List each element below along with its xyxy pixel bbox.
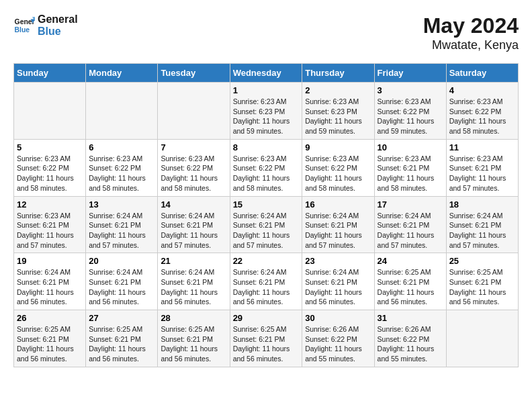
day-info: Sunrise: 6:25 AM Sunset: 6:21 PM Dayligh… [378, 267, 443, 307]
day-number: 30 [305, 313, 371, 323]
calendar-day-cell: 15Sunrise: 6:24 AM Sunset: 6:21 PM Dayli… [230, 196, 302, 253]
calendar-day-cell: 20Sunrise: 6:24 AM Sunset: 6:21 PM Dayli… [86, 253, 158, 310]
day-info: Sunrise: 6:24 AM Sunset: 6:21 PM Dayligh… [233, 267, 300, 307]
logo: General Blue General Blue [13, 13, 78, 38]
calendar-week-row: 12Sunrise: 6:23 AM Sunset: 6:21 PM Dayli… [14, 196, 519, 253]
day-number: 10 [378, 142, 443, 152]
calendar-day-cell: 1Sunrise: 6:23 AM Sunset: 6:23 PM Daylig… [230, 83, 302, 140]
calendar-location: Mwatate, Kenya [423, 38, 519, 52]
day-number: 3 [378, 85, 443, 95]
day-info: Sunrise: 6:25 AM Sunset: 6:21 PM Dayligh… [161, 324, 226, 364]
day-number: 8 [233, 142, 300, 152]
day-info: Sunrise: 6:25 AM Sunset: 6:21 PM Dayligh… [89, 324, 154, 364]
calendar-month-year: May 2024 [423, 13, 519, 38]
day-info: Sunrise: 6:23 AM Sunset: 6:21 PM Dayligh… [17, 211, 83, 250]
page-header: General Blue General Blue May 2024 Mwata… [13, 13, 519, 52]
calendar-day-cell: 25Sunrise: 6:25 AM Sunset: 6:21 PM Dayli… [446, 253, 518, 310]
calendar-week-row: 19Sunrise: 6:24 AM Sunset: 6:21 PM Dayli… [14, 253, 519, 310]
day-number: 27 [89, 313, 154, 323]
day-info: Sunrise: 6:24 AM Sunset: 6:21 PM Dayligh… [378, 211, 443, 250]
calendar-day-cell: 10Sunrise: 6:23 AM Sunset: 6:21 PM Dayli… [374, 139, 446, 196]
day-info: Sunrise: 6:23 AM Sunset: 6:22 PM Dayligh… [161, 154, 226, 193]
day-info: Sunrise: 6:25 AM Sunset: 6:21 PM Dayligh… [233, 324, 300, 364]
weekday-header-sunday: Sunday [14, 64, 86, 83]
day-info: Sunrise: 6:24 AM Sunset: 6:21 PM Dayligh… [17, 267, 83, 307]
calendar-day-cell: 11Sunrise: 6:23 AM Sunset: 6:21 PM Dayli… [446, 139, 518, 196]
calendar-day-cell: 7Sunrise: 6:23 AM Sunset: 6:22 PM Daylig… [158, 139, 230, 196]
day-info: Sunrise: 6:24 AM Sunset: 6:21 PM Dayligh… [305, 211, 371, 250]
calendar-day-cell: 24Sunrise: 6:25 AM Sunset: 6:21 PM Dayli… [374, 253, 446, 310]
day-info: Sunrise: 6:24 AM Sunset: 6:21 PM Dayligh… [161, 267, 226, 307]
day-number: 6 [89, 142, 154, 152]
day-info: Sunrise: 6:23 AM Sunset: 6:22 PM Dayligh… [378, 97, 443, 136]
weekday-header-saturday: Saturday [446, 64, 518, 83]
day-number: 24 [378, 256, 443, 266]
day-info: Sunrise: 6:23 AM Sunset: 6:22 PM Dayligh… [449, 97, 515, 136]
calendar-day-cell [158, 83, 230, 140]
calendar-day-cell [14, 83, 86, 140]
calendar-day-cell: 29Sunrise: 6:25 AM Sunset: 6:21 PM Dayli… [230, 310, 302, 367]
day-info: Sunrise: 6:23 AM Sunset: 6:21 PM Dayligh… [378, 154, 443, 193]
day-number: 11 [449, 142, 515, 152]
calendar-day-cell: 16Sunrise: 6:24 AM Sunset: 6:21 PM Dayli… [302, 196, 374, 253]
calendar-week-row: 1Sunrise: 6:23 AM Sunset: 6:23 PM Daylig… [14, 83, 519, 140]
logo-text-general: General [38, 13, 78, 26]
calendar-day-cell: 21Sunrise: 6:24 AM Sunset: 6:21 PM Dayli… [158, 253, 230, 310]
calendar-day-cell: 8Sunrise: 6:23 AM Sunset: 6:22 PM Daylig… [230, 139, 302, 196]
day-info: Sunrise: 6:23 AM Sunset: 6:21 PM Dayligh… [449, 154, 515, 193]
day-number: 28 [161, 313, 226, 323]
calendar-day-cell: 26Sunrise: 6:25 AM Sunset: 6:21 PM Dayli… [14, 310, 86, 367]
day-number: 12 [17, 199, 83, 210]
day-number: 31 [378, 313, 443, 323]
day-number: 25 [449, 256, 515, 266]
day-info: Sunrise: 6:25 AM Sunset: 6:21 PM Dayligh… [449, 267, 515, 307]
day-number: 18 [449, 199, 515, 210]
weekday-header-friday: Friday [374, 64, 446, 83]
day-info: Sunrise: 6:23 AM Sunset: 6:22 PM Dayligh… [305, 154, 371, 193]
day-info: Sunrise: 6:26 AM Sunset: 6:22 PM Dayligh… [378, 324, 443, 364]
calendar-table: SundayMondayTuesdayWednesdayThursdayFrid… [13, 63, 519, 367]
weekday-header-tuesday: Tuesday [158, 64, 230, 83]
day-number: 1 [233, 85, 300, 95]
day-info: Sunrise: 6:24 AM Sunset: 6:21 PM Dayligh… [89, 211, 154, 250]
day-number: 9 [305, 142, 371, 152]
day-number: 22 [233, 256, 300, 266]
weekday-header-thursday: Thursday [302, 64, 374, 83]
weekday-header-row: SundayMondayTuesdayWednesdayThursdayFrid… [14, 64, 519, 83]
day-info: Sunrise: 6:23 AM Sunset: 6:23 PM Dayligh… [233, 97, 300, 136]
calendar-header: SundayMondayTuesdayWednesdayThursdayFrid… [14, 64, 519, 83]
calendar-day-cell: 3Sunrise: 6:23 AM Sunset: 6:22 PM Daylig… [374, 83, 446, 140]
day-info: Sunrise: 6:23 AM Sunset: 6:23 PM Dayligh… [305, 97, 371, 136]
calendar-day-cell: 4Sunrise: 6:23 AM Sunset: 6:22 PM Daylig… [446, 83, 518, 140]
day-number: 20 [89, 256, 154, 266]
day-info: Sunrise: 6:25 AM Sunset: 6:21 PM Dayligh… [17, 324, 83, 364]
calendar-day-cell: 6Sunrise: 6:23 AM Sunset: 6:22 PM Daylig… [86, 139, 158, 196]
calendar-day-cell: 23Sunrise: 6:24 AM Sunset: 6:21 PM Dayli… [302, 253, 374, 310]
calendar-day-cell [86, 83, 158, 140]
calendar-week-row: 26Sunrise: 6:25 AM Sunset: 6:21 PM Dayli… [14, 310, 519, 367]
calendar-day-cell: 2Sunrise: 6:23 AM Sunset: 6:23 PM Daylig… [302, 83, 374, 140]
calendar-day-cell: 17Sunrise: 6:24 AM Sunset: 6:21 PM Dayli… [374, 196, 446, 253]
calendar-day-cell: 19Sunrise: 6:24 AM Sunset: 6:21 PM Dayli… [14, 253, 86, 310]
calendar-title-block: May 2024 Mwatate, Kenya [423, 13, 519, 52]
day-number: 23 [305, 256, 371, 266]
day-info: Sunrise: 6:24 AM Sunset: 6:21 PM Dayligh… [449, 211, 515, 250]
day-info: Sunrise: 6:24 AM Sunset: 6:21 PM Dayligh… [161, 211, 226, 250]
day-number: 2 [305, 85, 371, 95]
day-number: 7 [161, 142, 226, 152]
day-info: Sunrise: 6:23 AM Sunset: 6:22 PM Dayligh… [17, 154, 83, 193]
day-number: 19 [17, 256, 83, 266]
day-number: 5 [17, 142, 83, 152]
calendar-body: 1Sunrise: 6:23 AM Sunset: 6:23 PM Daylig… [14, 83, 519, 367]
calendar-day-cell: 28Sunrise: 6:25 AM Sunset: 6:21 PM Dayli… [158, 310, 230, 367]
weekday-header-monday: Monday [86, 64, 158, 83]
calendar-day-cell: 9Sunrise: 6:23 AM Sunset: 6:22 PM Daylig… [302, 139, 374, 196]
day-info: Sunrise: 6:24 AM Sunset: 6:21 PM Dayligh… [305, 267, 371, 307]
calendar-day-cell: 12Sunrise: 6:23 AM Sunset: 6:21 PM Dayli… [14, 196, 86, 253]
day-info: Sunrise: 6:24 AM Sunset: 6:21 PM Dayligh… [233, 211, 300, 250]
calendar-week-row: 5Sunrise: 6:23 AM Sunset: 6:22 PM Daylig… [14, 139, 519, 196]
weekday-header-wednesday: Wednesday [230, 64, 302, 83]
calendar-day-cell: 31Sunrise: 6:26 AM Sunset: 6:22 PM Dayli… [374, 310, 446, 367]
day-number: 14 [161, 199, 226, 210]
calendar-day-cell: 22Sunrise: 6:24 AM Sunset: 6:21 PM Dayli… [230, 253, 302, 310]
